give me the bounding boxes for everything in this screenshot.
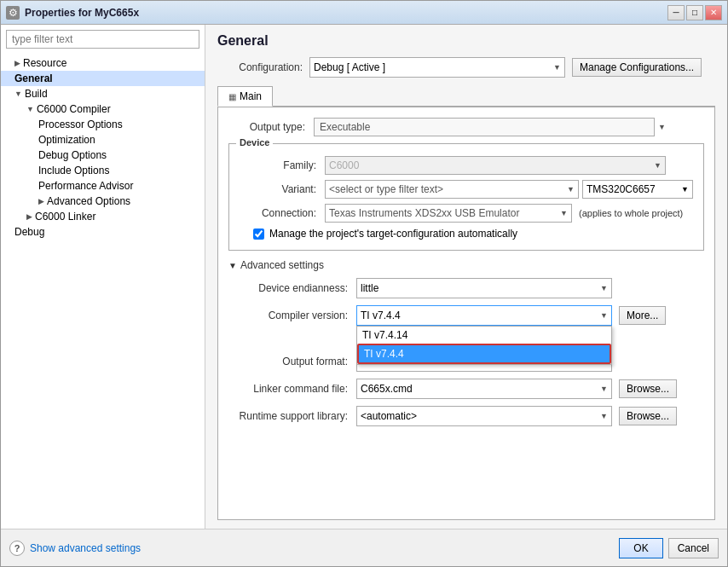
tree-item-general[interactable]: General	[1, 71, 205, 86]
linker-cmd-label: Linker command file:	[228, 383, 348, 395]
tree-item-resource[interactable]: ▶ Resource	[1, 55, 205, 71]
runtime-lib-dropdown-arrow: ▼	[600, 412, 608, 420]
tree-label: Debug	[14, 226, 44, 238]
linker-cmd-browse-button[interactable]: Browse...	[619, 379, 677, 398]
tree-label: General	[14, 72, 53, 84]
compiler-version-dropdown[interactable]: TI v7.4.4 ▼	[356, 305, 612, 326]
linker-cmd-value: C665x.cmd	[361, 383, 413, 395]
output-type-value: Executable	[314, 118, 655, 136]
tree-item-debug-options[interactable]: Debug Options	[1, 148, 205, 163]
expand-arrow: ▼	[26, 105, 34, 113]
variant-value: TMS320C6657	[586, 183, 656, 195]
main-area: ▶ Resource General ▼ Build ▼ C6000 Compi…	[1, 25, 727, 529]
compiler-version-row: Compiler version: TI v7.4.4 ▼ TI v7.4.14…	[228, 305, 704, 326]
manage-config-checkbox[interactable]	[253, 229, 264, 240]
output-format-label: Output format:	[228, 356, 348, 367]
connection-dropdown[interactable]: Texas Instruments XDS2xx USB Emulator ▼	[325, 204, 572, 223]
tree-label: Resource	[23, 57, 66, 69]
endianness-dropdown[interactable]: little ▼	[356, 278, 612, 298]
variant-label: Variant:	[240, 183, 316, 195]
ok-button[interactable]: OK	[619, 538, 662, 558]
config-value: Debug [ Active ]	[314, 61, 385, 73]
adv-section-header[interactable]: ▼ Advanced settings	[228, 259, 704, 271]
config-dropdown[interactable]: Debug [ Active ] ▼	[309, 57, 565, 78]
tree-item-advanced-options[interactable]: ▶ Advanced Options	[1, 194, 205, 209]
config-dropdown-arrow: ▼	[553, 63, 561, 72]
variant-input-text: <select or type filter text>	[329, 183, 443, 195]
compiler-version-option-1[interactable]: TI v7.4.14	[357, 327, 611, 344]
tree-item-processor-options[interactable]: Processor Options	[1, 117, 205, 132]
family-dropdown[interactable]: C6000 ▼	[325, 156, 666, 175]
variant-dropdown-arrow: ▼	[681, 185, 689, 194]
runtime-lib-browse-button[interactable]: Browse...	[619, 407, 677, 425]
runtime-lib-dropdown[interactable]: <automatic> ▼	[356, 406, 612, 426]
main-window: ⚙ Properties for MyC665x ─ □ ✕ ▶ Resourc…	[0, 0, 728, 567]
adv-toggle-icon: ▼	[228, 261, 237, 270]
tree-label: Performance Advisor	[38, 180, 133, 192]
variant-input-arrow: ▼	[567, 185, 575, 194]
tree-item-debug[interactable]: Debug	[1, 224, 205, 240]
manage-configurations-button[interactable]: Manage Configurations...	[572, 58, 702, 77]
tree-item-performance-advisor[interactable]: Performance Advisor	[1, 178, 205, 194]
maximize-button[interactable]: □	[686, 5, 703, 20]
connection-note: (applies to whole project)	[579, 208, 683, 218]
family-row: Family: C6000 ▼	[240, 156, 693, 175]
output-type-arrow: ▼	[658, 123, 666, 131]
runtime-lib-value: <automatic>	[361, 410, 417, 422]
compiler-version-option-2[interactable]: TI v7.4.4	[357, 344, 611, 364]
expand-arrow: ▶	[38, 197, 44, 205]
expand-arrow: ▼	[14, 90, 22, 98]
family-dropdown-arrow: ▼	[654, 161, 662, 170]
expand-arrow: ▶	[14, 59, 20, 67]
adv-section-title: Advanced settings	[240, 259, 324, 271]
family-value: C6000	[329, 159, 359, 171]
more-button[interactable]: More...	[619, 306, 666, 325]
device-section-title: Device	[236, 137, 273, 148]
runtime-lib-label: Runtime support library:	[228, 410, 348, 422]
tree-label: C6000 Compiler	[37, 103, 111, 115]
manage-config-row: Manage the project's target-configuratio…	[253, 228, 693, 240]
endianness-label: Device endianness:	[228, 282, 348, 294]
tabs-bar: ▦ Main	[217, 86, 715, 107]
linker-cmd-row: Linker command file: C665x.cmd ▼ Browse.…	[228, 379, 704, 399]
tree-label: Build	[25, 88, 48, 100]
tree: ▶ Resource General ▼ Build ▼ C6000 Compi…	[1, 54, 205, 529]
expand-arrow: ▶	[26, 212, 32, 221]
compiler-version-value: TI v7.4.4	[361, 310, 401, 321]
show-advanced-link[interactable]: ? Show advanced settings	[9, 541, 141, 556]
tree-item-c6000linker[interactable]: ▶ C6000 Linker	[1, 209, 205, 224]
variant-dropdown[interactable]: TMS320C6657 ▼	[582, 180, 693, 199]
variant-input[interactable]: <select or type filter text> ▼	[325, 180, 579, 199]
dialog-buttons: OK Cancel	[619, 538, 719, 558]
tree-item-build[interactable]: ▼ Build	[1, 86, 205, 101]
left-panel: ▶ Resource General ▼ Build ▼ C6000 Compi…	[1, 25, 205, 529]
panel-title: General	[217, 33, 715, 49]
output-type-label: Output type:	[228, 121, 305, 133]
title-bar: ⚙ Properties for MyC665x ─ □ ✕	[1, 1, 727, 25]
minimize-button[interactable]: ─	[667, 5, 685, 20]
runtime-lib-dropdown-wrap: <automatic> ▼	[356, 406, 612, 426]
help-icon: ?	[9, 541, 25, 556]
tree-item-include-options[interactable]: Include Options	[1, 163, 205, 178]
bottom-bar: ? Show advanced settings OK Cancel	[1, 529, 727, 566]
connection-label: Connection:	[240, 207, 316, 219]
close-button[interactable]: ✕	[705, 5, 722, 20]
tree-item-optimization[interactable]: Optimization	[1, 132, 205, 148]
connection-value: Texas Instruments XDS2xx USB Emulator	[329, 207, 519, 219]
output-type-text: Executable	[320, 121, 370, 133]
tree-item-c6000compiler[interactable]: ▼ C6000 Compiler	[1, 101, 205, 117]
show-advanced-label: Show advanced settings	[30, 542, 141, 554]
filter-input[interactable]	[6, 30, 199, 49]
device-section: Device Family: C6000 ▼ Variant: <select …	[228, 143, 704, 251]
cancel-button[interactable]: Cancel	[668, 538, 719, 558]
title-bar-left: ⚙ Properties for MyC665x	[6, 6, 139, 20]
title-buttons: ─ □ ✕	[667, 5, 722, 20]
linker-cmd-dropdown-arrow: ▼	[600, 385, 608, 393]
endianness-value: little	[361, 282, 378, 294]
linker-cmd-dropdown[interactable]: C665x.cmd ▼	[356, 379, 612, 399]
endianness-dropdown-wrap: little ▼	[356, 278, 612, 298]
tree-label: Debug Options	[38, 149, 107, 161]
compiler-version-dropdown-wrap: TI v7.4.4 ▼ TI v7.4.14 TI v7.4.4	[356, 305, 612, 326]
tab-main[interactable]: ▦ Main	[217, 86, 273, 107]
right-panel: General Configuration: Debug [ Active ] …	[205, 25, 727, 529]
